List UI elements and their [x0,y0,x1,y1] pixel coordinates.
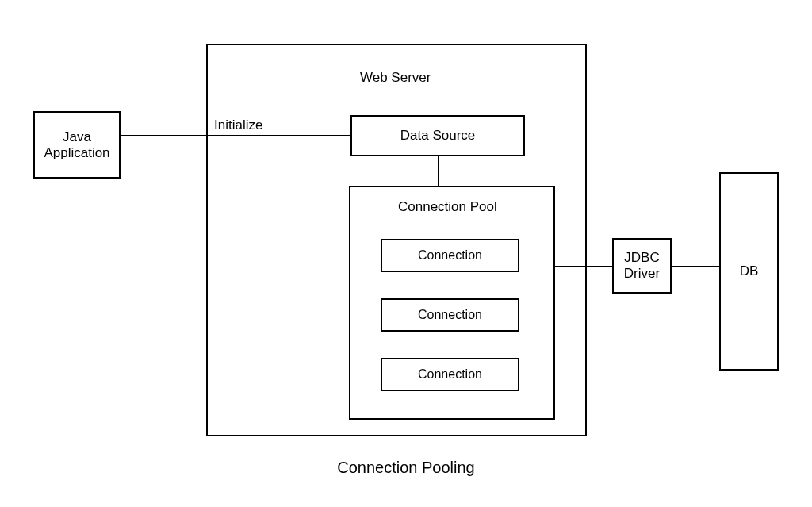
data-source-label: Data Source [400,128,476,144]
jdbc-driver-label: JDBC Driver [624,250,660,282]
jdbc-driver-box: JDBC Driver [612,238,672,294]
db-label: DB [740,263,759,279]
initialize-label: Initialize [214,117,262,133]
connection-box-3: Connection [381,358,519,391]
java-application-label: Java Application [44,129,109,161]
java-application-box: Java Application [33,111,121,179]
connection-label-2: Connection [418,308,482,322]
diagram-caption: Connection Pooling [0,459,812,477]
connection-pool-label: Connection Pool [398,199,497,215]
data-source-box: Data Source [350,115,525,156]
connection-pool-box: Connection Pool Connection Connection Co… [349,186,555,420]
connection-label-1: Connection [418,248,482,263]
edge-jdbc-to-db [672,266,719,267]
edge-javaapp-to-datasource [121,135,350,136]
edge-datasource-to-pool [438,156,439,186]
web-server-label: Web Server [360,70,431,86]
connection-label-3: Connection [418,367,482,382]
connection-box-1: Connection [381,239,519,272]
connection-box-2: Connection [381,298,519,332]
db-box: DB [719,172,779,371]
edge-pool-to-jdbc [555,266,612,267]
